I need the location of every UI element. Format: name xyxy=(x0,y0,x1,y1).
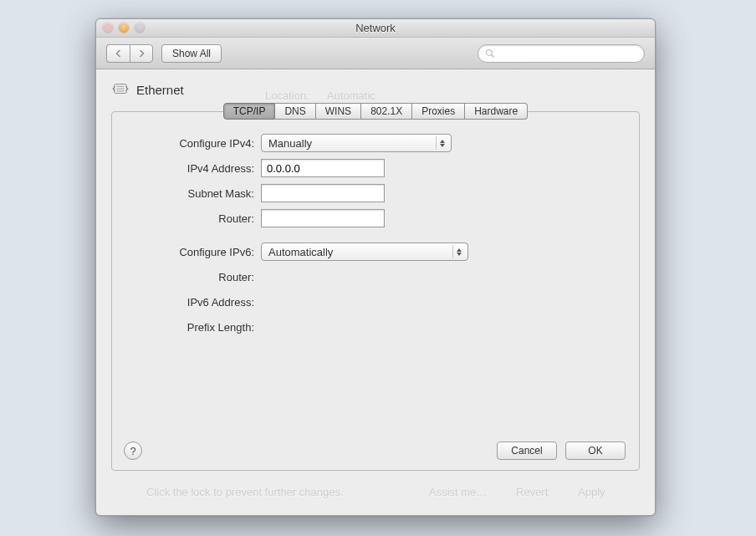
prefix-length-value xyxy=(261,318,468,336)
ipv6-form: Configure IPv6: Automatically Router: IP… xyxy=(129,242,622,336)
ghost-apply: Apply xyxy=(578,486,605,498)
router-ipv6-value xyxy=(261,268,468,286)
close-window-button[interactable] xyxy=(103,23,113,33)
router-ipv4-label: Router: xyxy=(129,212,254,225)
nav-segment xyxy=(106,44,153,63)
dialog-footer: Cancel OK xyxy=(497,442,626,460)
forward-button[interactable] xyxy=(130,44,153,63)
tab-wins[interactable]: WINS xyxy=(316,103,361,120)
ipv4-form: Configure IPv4: Manually IPv4 Address: S… xyxy=(129,134,622,227)
preferences-window: Network Show All Location: Automatic Wi-… xyxy=(95,18,656,516)
ghost-revert: Revert xyxy=(516,486,548,498)
configure-ipv4-value: Manually xyxy=(268,137,312,150)
chevron-updown-icon xyxy=(452,245,464,258)
svg-line-1 xyxy=(492,54,494,57)
tab-proxies[interactable]: Proxies xyxy=(412,103,465,120)
configure-ipv6-value: Automatically xyxy=(268,246,333,258)
ok-button[interactable]: OK xyxy=(565,442,626,460)
tab-hardware[interactable]: Hardware xyxy=(465,103,528,120)
content-area: Location: Automatic Wi-Fi FireWire Bluet… xyxy=(96,69,655,482)
router-ipv6-label: Router: xyxy=(129,271,254,283)
configure-ipv6-label: Configure IPv6: xyxy=(129,246,254,258)
configure-ipv4-select[interactable]: Manually xyxy=(261,134,452,152)
ipv4-address-label: IPv4 Address: xyxy=(129,162,254,175)
configure-ipv6-select[interactable]: Automatically xyxy=(261,242,468,261)
minimize-window-button[interactable] xyxy=(119,23,129,33)
tab-tcpip[interactable]: TCP/IP xyxy=(223,103,276,120)
ipv6-address-label: IPv6 Address: xyxy=(129,296,254,309)
traffic-lights xyxy=(103,23,145,33)
tab-segment: TCP/IPDNSWINS802.1XProxiesHardware xyxy=(223,103,528,120)
subnet-mask-input[interactable] xyxy=(261,184,385,202)
show-all-button[interactable]: Show All xyxy=(161,44,222,63)
advanced-panel: Configure IPv4: Manually IPv4 Address: S… xyxy=(111,111,640,471)
search-field[interactable] xyxy=(478,44,645,63)
titlebar: Network xyxy=(96,19,655,38)
prefix-length-label: Prefix Length: xyxy=(129,321,254,334)
ghost-lockmsg: Click the lock to prevent further change… xyxy=(146,486,344,498)
window-title: Network xyxy=(355,22,396,34)
svg-point-0 xyxy=(487,49,493,55)
ethernet-icon xyxy=(111,81,130,98)
service-name: Ethernet xyxy=(136,83,184,97)
router-ipv4-input[interactable] xyxy=(261,209,385,227)
help-button[interactable]: ? xyxy=(124,442,142,460)
search-input[interactable] xyxy=(499,48,637,59)
back-button[interactable] xyxy=(106,44,130,63)
cancel-button[interactable]: Cancel xyxy=(497,442,557,460)
service-header: Ethernet xyxy=(111,81,640,98)
ghost-assist: Assist me… xyxy=(429,486,487,498)
ipv4-address-input[interactable] xyxy=(261,159,385,177)
chevron-updown-icon xyxy=(436,136,447,150)
zoom-window-button[interactable] xyxy=(135,23,145,33)
ipv6-address-value xyxy=(261,293,468,311)
search-icon xyxy=(485,48,495,59)
configure-ipv4-label: Configure IPv4: xyxy=(129,137,254,150)
tab-dns[interactable]: DNS xyxy=(275,103,315,120)
tab-8021x[interactable]: 802.1X xyxy=(361,103,412,120)
subnet-mask-label: Subnet Mask: xyxy=(129,187,254,200)
toolbar: Show All xyxy=(96,38,655,69)
